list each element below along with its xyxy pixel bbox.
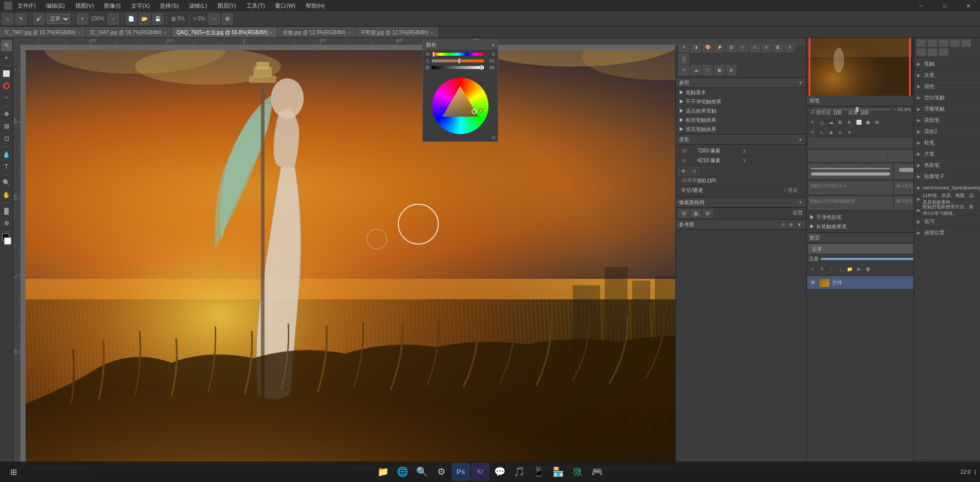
- new-button[interactable]: 📄: [125, 13, 137, 25]
- select-lasso-tool[interactable]: ⌔: [1, 93, 12, 104]
- brush-action-13[interactable]: ✦: [845, 128, 854, 137]
- menu-image[interactable]: 图像(I): [102, 1, 122, 11]
- mirror-button[interactable]: ↔: [208, 13, 220, 25]
- bl-item-long2[interactable]: ▶ 附贴的笔刷使用方法，美术CG学习路线...: [914, 205, 980, 216]
- bl-item-花纹2[interactable]: ▶ 花纹2: [914, 126, 980, 137]
- maximize-button[interactable]: □: [933, 0, 956, 11]
- brush-preset-1[interactable]: [808, 151, 821, 161]
- select-rect-tool[interactable]: ⬜: [1, 68, 12, 79]
- layer-eye-0[interactable]: 👁: [809, 279, 817, 287]
- move-down-layer-btn[interactable]: ↓: [836, 265, 844, 273]
- select-ellipse-tool[interactable]: ⭕: [1, 80, 12, 92]
- brush-large-5[interactable]: 笔触压力不转移笔触效果: [808, 197, 892, 209]
- adj-tool-11[interactable]: ⬡: [702, 65, 713, 75]
- group-layer-btn[interactable]: 📁: [845, 265, 854, 273]
- brush-action-2[interactable]: △: [818, 118, 826, 126]
- tab-4-close[interactable]: ×: [430, 30, 433, 35]
- menu-edit[interactable]: 编辑(E): [44, 1, 67, 11]
- minimize-button[interactable]: ─: [909, 0, 933, 11]
- bl-preset-4[interactable]: [950, 39, 960, 47]
- add-layer-btn[interactable]: +: [808, 265, 817, 273]
- text-tool[interactable]: T: [1, 161, 12, 172]
- hue-track[interactable]: [431, 52, 484, 56]
- pg-settings[interactable]: 设置: [793, 209, 803, 217]
- bl-item-笔触[interactable]: ▶ 笔触: [914, 58, 980, 70]
- brush-preset-7[interactable]: [888, 151, 901, 161]
- background-color[interactable]: [4, 237, 11, 245]
- bl-preset-7[interactable]: [927, 48, 938, 56]
- bl-item-混色[interactable]: ▶ 混色: [914, 81, 980, 92]
- transform-tool[interactable]: ⊠: [1, 121, 12, 132]
- brush-action-9[interactable]: ✎: [808, 128, 817, 137]
- smart-patch-tool[interactable]: ⊕: [1, 217, 12, 229]
- taskbar-show-desktop[interactable]: |: [974, 469, 976, 475]
- tool-options-button[interactable]: ✎: [15, 13, 27, 25]
- mode-select[interactable]: 正常: [47, 14, 70, 24]
- move-tool[interactable]: ✥: [1, 108, 12, 120]
- bl-item-次笔[interactable]: ▶ 次笔: [914, 70, 980, 81]
- menu-text[interactable]: 文字(X): [129, 1, 152, 11]
- brush-action-6[interactable]: ⬜: [855, 118, 863, 126]
- taskbar-store[interactable]: 🏪: [549, 463, 567, 481]
- pg-btn-1[interactable]: ⊞: [679, 209, 689, 217]
- menu-select[interactable]: 选择(S): [158, 1, 181, 11]
- taskbar-chat[interactable]: 💬: [491, 463, 509, 481]
- ref-collapse[interactable]: ▼: [798, 80, 803, 85]
- saturation-thumb[interactable]: [458, 58, 460, 63]
- taskbar-phone[interactable]: 📱: [529, 463, 548, 481]
- bl-preset-8[interactable]: [939, 48, 949, 56]
- adj-tool-9[interactable]: ✎: [679, 65, 689, 75]
- menu-help[interactable]: 帮助(H): [304, 1, 327, 11]
- menu-layer[interactable]: 图层(Y): [216, 1, 239, 11]
- brush-tool-button[interactable]: 🖌: [33, 13, 45, 25]
- adj-tool-13[interactable]: ⊞: [726, 65, 736, 75]
- menu-view[interactable]: 视图(V): [73, 1, 96, 11]
- tab-1[interactable]: f2_1947.jpg @ 16.7%(RGB/8#) ×: [86, 27, 171, 37]
- taskbar-files[interactable]: 📁: [374, 463, 392, 481]
- bl-item-实习[interactable]: ▶ 实习: [914, 216, 980, 227]
- adj-tool-12[interactable]: ▣: [714, 65, 725, 75]
- zoom-out-button[interactable]: -: [108, 13, 119, 25]
- brush-action-10[interactable]: ∿: [818, 128, 826, 137]
- brush-preset-2[interactable]: [822, 151, 834, 161]
- tab-2-close[interactable]: ×: [270, 30, 272, 35]
- menu-window[interactable]: 窗口(W): [273, 1, 297, 11]
- brush-action-4[interactable]: ⊠: [836, 118, 844, 126]
- taskbar-music[interactable]: 🎵: [510, 463, 528, 481]
- taskbar-search[interactable]: 🔍: [413, 463, 431, 481]
- bl-preset-3[interactable]: [939, 39, 949, 47]
- bl-item-轮廓笔子[interactable]: ▶ 轮廓笔子: [914, 171, 980, 182]
- bl-item-画笔位置[interactable]: ▶ 画笔位置: [914, 227, 980, 238]
- pg-btn-3[interactable]: ⊠: [702, 209, 713, 217]
- brightness-thumb[interactable]: [480, 65, 482, 70]
- crop-tool[interactable]: ⊡: [1, 133, 12, 144]
- brush-action-1[interactable]: ✎: [808, 118, 817, 126]
- bl-item-粒笔[interactable]: ▶ 粒笔: [914, 137, 980, 148]
- saturation-track[interactable]: [431, 59, 484, 63]
- brush-preset-5[interactable]: [862, 151, 874, 161]
- duplicate-layer-btn[interactable]: ⎘: [818, 265, 826, 273]
- brush-action-12[interactable]: ⊙: [836, 128, 844, 137]
- brush-action-8[interactable]: ⊞: [873, 118, 881, 126]
- move-up-layer-btn[interactable]: ↑: [827, 265, 835, 273]
- transform-collapse[interactable]: ▼: [798, 137, 803, 142]
- start-button[interactable]: ⊞: [4, 463, 23, 481]
- color-panel-expand-btn[interactable]: ⊞: [492, 135, 496, 140]
- fill-tool[interactable]: ⌖: [1, 52, 12, 63]
- bl-preset-6[interactable]: [916, 48, 926, 56]
- taskbar-extra[interactable]: 🎮: [588, 463, 606, 481]
- ref-icon-1[interactable]: ⎘: [779, 221, 786, 228]
- bl-item-花纹笔[interactable]: ▶ 花纹笔: [914, 115, 980, 126]
- aspect-lock-1[interactable]: ⊠: [679, 167, 688, 175]
- taskbar-edge[interactable]: 🌐: [393, 463, 412, 481]
- color-panel-close[interactable]: ×: [492, 42, 495, 48]
- hue-thumb[interactable]: [433, 52, 435, 57]
- gradient-tool[interactable]: ▓: [1, 205, 12, 216]
- brush-preset-8[interactable]: [902, 151, 914, 161]
- merge-layer-btn[interactable]: ⊕: [855, 265, 863, 273]
- tab-3[interactable]: 谷物.jpg @ 12.9%(RGB/8#) ×: [278, 27, 355, 37]
- taskbar-weixin[interactable]: 微: [568, 463, 587, 481]
- tab-4[interactable]: 平野望.jpg @ 12.5%(RGB/8#) ×: [356, 27, 438, 37]
- brush-action-3[interactable]: ☁: [827, 118, 835, 126]
- adj-tool-gradient-map[interactable]: ▒: [679, 54, 689, 64]
